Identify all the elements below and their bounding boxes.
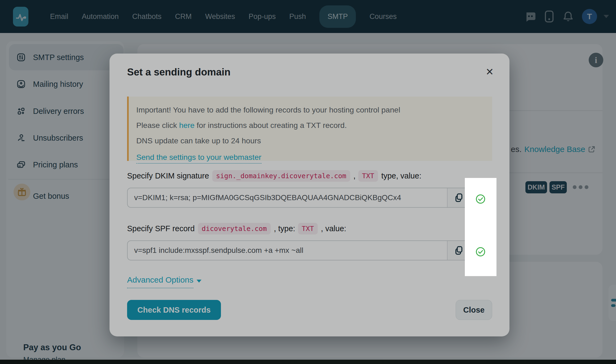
dkim-verified-icon [476, 194, 485, 204]
verification-spotlight [465, 178, 496, 276]
tutorial-dim-overlay [0, 0, 616, 364]
spf-verified-icon [476, 247, 485, 257]
